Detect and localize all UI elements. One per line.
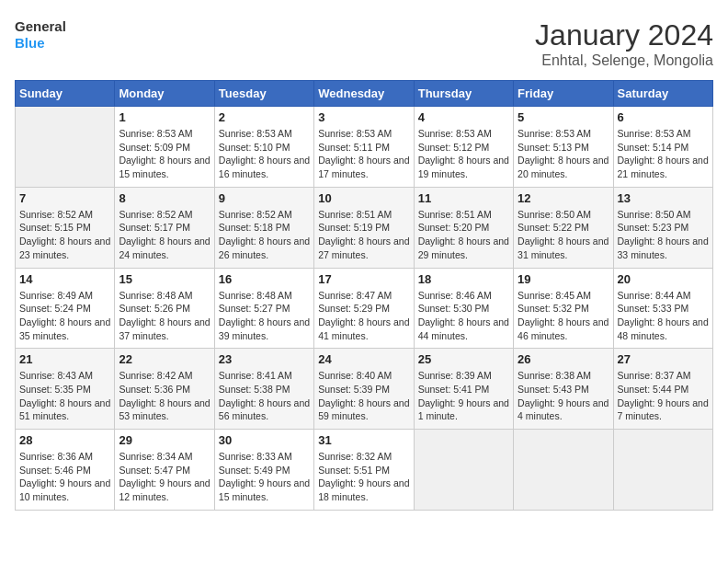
day-detail: Sunrise: 8:51 AMSunset: 5:19 PMDaylight:… xyxy=(318,208,409,262)
calendar-cell: 16Sunrise: 8:48 AMSunset: 5:27 PMDayligh… xyxy=(214,268,313,349)
day-number: 14 xyxy=(19,272,110,286)
calendar-week-4: 21Sunrise: 8:43 AMSunset: 5:35 PMDayligh… xyxy=(16,349,713,430)
day-detail: Sunrise: 8:43 AMSunset: 5:35 PMDaylight:… xyxy=(19,369,110,423)
day-detail: Sunrise: 8:53 AMSunset: 5:12 PMDaylight:… xyxy=(418,127,509,181)
day-detail: Sunrise: 8:36 AMSunset: 5:46 PMDaylight:… xyxy=(19,450,110,504)
calendar-body: 1Sunrise: 8:53 AMSunset: 5:09 PMDaylight… xyxy=(16,107,713,511)
day-detail: Sunrise: 8:39 AMSunset: 5:41 PMDaylight:… xyxy=(418,369,509,423)
day-number: 5 xyxy=(518,110,609,124)
calendar-cell: 26Sunrise: 8:38 AMSunset: 5:43 PMDayligh… xyxy=(514,349,613,430)
day-detail: Sunrise: 8:38 AMSunset: 5:43 PMDaylight:… xyxy=(518,369,609,423)
day-number: 12 xyxy=(518,191,609,205)
day-detail: Sunrise: 8:41 AMSunset: 5:38 PMDaylight:… xyxy=(219,369,310,423)
weekday-header-row: SundayMondayTuesdayWednesdayThursdayFrid… xyxy=(16,81,713,107)
day-detail: Sunrise: 8:49 AMSunset: 5:24 PMDaylight:… xyxy=(19,289,110,343)
day-number: 10 xyxy=(318,191,409,205)
calendar-week-1: 1Sunrise: 8:53 AMSunset: 5:09 PMDaylight… xyxy=(16,107,713,188)
day-detail: Sunrise: 8:47 AMSunset: 5:29 PMDaylight:… xyxy=(318,289,409,343)
day-number: 4 xyxy=(418,110,509,124)
calendar-cell: 27Sunrise: 8:37 AMSunset: 5:44 PMDayligh… xyxy=(613,349,712,430)
calendar-cell: 14Sunrise: 8:49 AMSunset: 5:24 PMDayligh… xyxy=(16,268,115,349)
calendar-week-2: 7Sunrise: 8:52 AMSunset: 5:15 PMDaylight… xyxy=(16,187,713,268)
day-number: 13 xyxy=(618,191,709,205)
calendar-cell: 2Sunrise: 8:53 AMSunset: 5:10 PMDaylight… xyxy=(214,107,313,188)
day-number: 25 xyxy=(418,352,509,366)
day-number: 26 xyxy=(518,352,609,366)
calendar-cell: 9Sunrise: 8:52 AMSunset: 5:18 PMDaylight… xyxy=(214,187,313,268)
calendar-cell: 23Sunrise: 8:41 AMSunset: 5:38 PMDayligh… xyxy=(214,349,313,430)
day-detail: Sunrise: 8:48 AMSunset: 5:26 PMDaylight:… xyxy=(119,289,210,343)
calendar-cell: 5Sunrise: 8:53 AMSunset: 5:13 PMDaylight… xyxy=(514,107,613,188)
calendar-cell: 19Sunrise: 8:45 AMSunset: 5:32 PMDayligh… xyxy=(514,268,613,349)
calendar-cell: 7Sunrise: 8:52 AMSunset: 5:15 PMDaylight… xyxy=(16,187,115,268)
calendar-cell: 31Sunrise: 8:32 AMSunset: 5:51 PMDayligh… xyxy=(314,430,414,511)
calendar-subtitle: Enhtal, Selenge, Mongolia xyxy=(535,52,713,69)
day-detail: Sunrise: 8:34 AMSunset: 5:47 PMDaylight:… xyxy=(119,450,210,504)
day-number: 1 xyxy=(119,110,210,124)
day-detail: Sunrise: 8:53 AMSunset: 5:13 PMDaylight:… xyxy=(518,127,609,181)
day-number: 24 xyxy=(318,352,409,366)
day-number: 21 xyxy=(19,352,110,366)
day-detail: Sunrise: 8:53 AMSunset: 5:09 PMDaylight:… xyxy=(119,127,210,181)
logo: General Blue General Blue xyxy=(15,18,66,52)
title-block: January 2024 Enhtal, Selenge, Mongolia xyxy=(535,18,713,69)
weekday-header-sunday: Sunday xyxy=(16,81,115,107)
day-number: 15 xyxy=(119,272,210,286)
weekday-header-wednesday: Wednesday xyxy=(314,81,414,107)
day-detail: Sunrise: 8:37 AMSunset: 5:44 PMDaylight:… xyxy=(618,369,709,423)
day-detail: Sunrise: 8:46 AMSunset: 5:30 PMDaylight:… xyxy=(418,289,509,343)
day-detail: Sunrise: 8:53 AMSunset: 5:14 PMDaylight:… xyxy=(618,127,709,181)
day-detail: Sunrise: 8:53 AMSunset: 5:10 PMDaylight:… xyxy=(219,127,310,181)
calendar-cell: 15Sunrise: 8:48 AMSunset: 5:26 PMDayligh… xyxy=(115,268,214,349)
calendar-cell: 22Sunrise: 8:42 AMSunset: 5:36 PMDayligh… xyxy=(115,349,214,430)
calendar-cell: 30Sunrise: 8:33 AMSunset: 5:49 PMDayligh… xyxy=(214,430,313,511)
day-detail: Sunrise: 8:52 AMSunset: 5:15 PMDaylight:… xyxy=(19,208,110,262)
calendar-cell: 18Sunrise: 8:46 AMSunset: 5:30 PMDayligh… xyxy=(414,268,513,349)
day-number: 11 xyxy=(418,191,509,205)
weekday-header-saturday: Saturday xyxy=(613,81,712,107)
day-detail: Sunrise: 8:51 AMSunset: 5:20 PMDaylight:… xyxy=(418,208,509,262)
day-number: 2 xyxy=(219,110,310,124)
day-number: 20 xyxy=(618,272,709,286)
day-number: 22 xyxy=(119,352,210,366)
calendar-cell: 11Sunrise: 8:51 AMSunset: 5:20 PMDayligh… xyxy=(414,187,513,268)
weekday-header-monday: Monday xyxy=(115,81,214,107)
day-number: 27 xyxy=(618,352,709,366)
day-number: 31 xyxy=(318,433,409,447)
day-detail: Sunrise: 8:45 AMSunset: 5:32 PMDaylight:… xyxy=(518,289,609,343)
day-detail: Sunrise: 8:52 AMSunset: 5:17 PMDaylight:… xyxy=(119,208,210,262)
day-number: 7 xyxy=(19,191,110,205)
calendar-week-3: 14Sunrise: 8:49 AMSunset: 5:24 PMDayligh… xyxy=(16,268,713,349)
day-number: 8 xyxy=(119,191,210,205)
day-number: 6 xyxy=(618,110,709,124)
calendar-cell: 20Sunrise: 8:44 AMSunset: 5:33 PMDayligh… xyxy=(613,268,712,349)
day-number: 3 xyxy=(318,110,409,124)
calendar-cell xyxy=(16,107,115,188)
day-detail: Sunrise: 8:50 AMSunset: 5:22 PMDaylight:… xyxy=(518,208,609,262)
calendar-cell: 6Sunrise: 8:53 AMSunset: 5:14 PMDaylight… xyxy=(613,107,712,188)
calendar-table: SundayMondayTuesdayWednesdayThursdayFrid… xyxy=(15,80,713,511)
day-number: 19 xyxy=(518,272,609,286)
day-number: 18 xyxy=(418,272,509,286)
calendar-cell: 17Sunrise: 8:47 AMSunset: 5:29 PMDayligh… xyxy=(314,268,414,349)
day-detail: Sunrise: 8:44 AMSunset: 5:33 PMDaylight:… xyxy=(618,289,709,343)
weekday-header-thursday: Thursday xyxy=(414,81,513,107)
day-detail: Sunrise: 8:42 AMSunset: 5:36 PMDaylight:… xyxy=(119,369,210,423)
calendar-cell: 3Sunrise: 8:53 AMSunset: 5:11 PMDaylight… xyxy=(314,107,414,188)
calendar-week-5: 28Sunrise: 8:36 AMSunset: 5:46 PMDayligh… xyxy=(16,430,713,511)
calendar-cell: 24Sunrise: 8:40 AMSunset: 5:39 PMDayligh… xyxy=(314,349,414,430)
day-number: 9 xyxy=(219,191,310,205)
day-number: 23 xyxy=(219,352,310,366)
logo-general-text: General xyxy=(15,18,66,35)
day-detail: Sunrise: 8:52 AMSunset: 5:18 PMDaylight:… xyxy=(219,208,310,262)
calendar-cell xyxy=(414,430,513,511)
day-detail: Sunrise: 8:32 AMSunset: 5:51 PMDaylight:… xyxy=(318,450,409,504)
day-number: 16 xyxy=(219,272,310,286)
calendar-cell: 25Sunrise: 8:39 AMSunset: 5:41 PMDayligh… xyxy=(414,349,513,430)
day-number: 17 xyxy=(318,272,409,286)
day-number: 29 xyxy=(119,433,210,447)
logo-blue-text: Blue xyxy=(15,35,66,52)
calendar-cell: 29Sunrise: 8:34 AMSunset: 5:47 PMDayligh… xyxy=(115,430,214,511)
calendar-title: January 2024 xyxy=(535,18,713,52)
day-number: 30 xyxy=(219,433,310,447)
